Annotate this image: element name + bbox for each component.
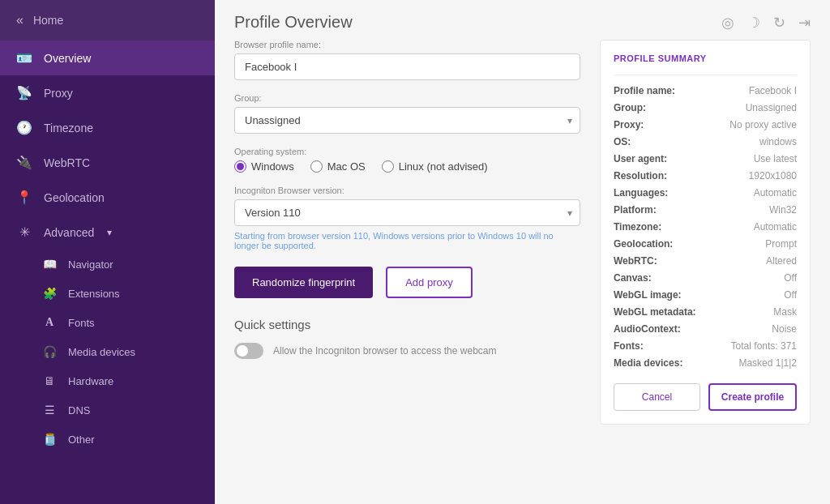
summary-key: Profile name: — [614, 85, 675, 96]
summary-row: Group: Unassigned — [614, 102, 797, 113]
target-icon[interactable]: ◎ — [721, 14, 734, 32]
sidebar-item-proxy[interactable]: 📡 Proxy — [0, 75, 215, 110]
webrtc-icon: 🔌 — [16, 155, 32, 170]
summary-key: Group: — [614, 102, 646, 113]
summary-value: windows — [759, 136, 797, 147]
browser-version-label: Incogniton Browser version: — [234, 186, 580, 195]
create-profile-button[interactable]: Create profile — [708, 383, 797, 411]
summary-actions: Cancel Create profile — [614, 383, 797, 411]
sidebar-item-media-devices[interactable]: 🎧 Media devices — [0, 337, 215, 366]
summary-key: Languages: — [614, 187, 668, 199]
sidebar-item-geolocation[interactable]: 📍 Geolocation — [0, 180, 215, 215]
top-actions: ◎ ☽ ↻ ⇥ — [721, 14, 811, 32]
refresh-icon[interactable]: ↻ — [773, 14, 785, 32]
cancel-button[interactable]: Cancel — [614, 383, 700, 411]
summary-row: Proxy: No proxy active — [614, 119, 797, 130]
browser-version-group: Incogniton Browser version: Version 110 … — [234, 186, 580, 250]
hardware-icon: 🖥 — [42, 374, 57, 387]
sidebar-item-extensions[interactable]: 🧩 Extensions — [0, 279, 215, 308]
toggle-track — [234, 343, 263, 359]
sidebar-advanced-header[interactable]: ✳ Advanced ▾ — [0, 215, 215, 250]
profile-summary-title: PROFILE SUMMARY — [614, 53, 797, 63]
browser-version-select[interactable]: Version 110 Version 109 Version 108 — [234, 199, 580, 226]
summary-row: Timezone: Automatic — [614, 221, 797, 233]
collapse-icon: « — [16, 13, 24, 28]
summary-value: Mask — [773, 306, 797, 318]
advanced-icon: ✳ — [16, 224, 32, 240]
sidebar-item-hardware[interactable]: 🖥 Hardware — [0, 366, 215, 395]
summary-row: Languages: Automatic — [614, 187, 797, 199]
os-mac-option[interactable]: Mac OS — [310, 160, 366, 173]
sidebar-item-navigator-label: Navigator — [68, 258, 113, 271]
sidebar-item-overview[interactable]: 🪪 Overview — [0, 41, 215, 75]
sidebar-item-timezone-label: Timezone — [44, 122, 93, 135]
summary-value: Altered — [766, 255, 797, 267]
advanced-label: Advanced — [44, 226, 94, 239]
summary-divider — [614, 75, 797, 75]
summary-row: AudioContext: Noise — [614, 323, 797, 335]
summary-value: Automatic — [754, 187, 797, 199]
sidebar-item-navigator[interactable]: 📖 Navigator — [0, 250, 215, 279]
sidebar-item-webrtc-label: WebRTC — [44, 156, 90, 169]
os-field-group: Operating system: Windows Mac OS Linux (… — [234, 147, 580, 173]
os-windows-radio[interactable] — [234, 160, 246, 173]
summary-row: Profile name: Facebook I — [614, 85, 797, 96]
os-mac-radio[interactable] — [310, 160, 323, 173]
add-proxy-button[interactable]: Add proxy — [386, 267, 473, 298]
profile-name-input[interactable] — [234, 53, 580, 80]
summary-value: Masked 1|1|2 — [738, 357, 797, 369]
toggle-thumb — [237, 345, 248, 357]
summary-row: Media devices: Masked 1|1|2 — [614, 357, 797, 369]
summary-key: User agent: — [614, 153, 667, 164]
sidebar-item-dns-label: DNS — [68, 404, 90, 416]
sidebar-item-fonts-label: Fonts — [68, 317, 95, 329]
summary-key: AudioContext: — [614, 323, 681, 335]
summary-key: WebRTC: — [614, 255, 657, 267]
summary-key: Resolution: — [614, 170, 667, 182]
sidebar-item-webrtc[interactable]: 🔌 WebRTC — [0, 145, 215, 180]
summary-value: Prompt — [765, 238, 797, 250]
summary-row: Geolocation: Prompt — [614, 238, 797, 250]
browser-version-select-wrapper: Version 110 Version 109 Version 108 ▾ — [234, 199, 580, 226]
moon-icon[interactable]: ☽ — [747, 14, 760, 32]
page-title: Profile Overview — [234, 13, 353, 32]
os-linux-option[interactable]: Linux (not advised) — [382, 160, 488, 173]
sidebar-item-hardware-label: Hardware — [68, 375, 113, 387]
summary-value: Off — [784, 272, 797, 284]
sidebar-item-proxy-label: Proxy — [44, 87, 73, 100]
summary-row: Resolution: 1920x1080 — [614, 170, 797, 182]
proxy-icon: 📡 — [16, 85, 32, 100]
summary-row: WebGL metadata: Mask — [614, 306, 797, 318]
profile-name-group: Browser profile name: — [234, 40, 580, 80]
sidebar-home[interactable]: « Home — [0, 0, 215, 41]
profile-name-label: Browser profile name: — [234, 40, 580, 49]
sidebar-item-timezone[interactable]: 🕐 Timezone — [0, 110, 215, 145]
sidebar-item-other[interactable]: 🫙 Other — [0, 425, 215, 454]
os-windows-option[interactable]: Windows — [234, 160, 294, 173]
summary-value: No proxy active — [729, 119, 797, 130]
navigator-icon: 📖 — [42, 258, 57, 271]
summary-key: Geolocation: — [614, 238, 673, 250]
sidebar-item-extensions-label: Extensions — [68, 288, 120, 300]
sidebar-item-overview-label: Overview — [44, 52, 91, 65]
webcam-toggle[interactable] — [234, 343, 263, 359]
chevron-down-icon: ▾ — [107, 227, 112, 238]
summary-key: Fonts: — [614, 340, 644, 352]
sidebar-item-geolocation-label: Geolocation — [44, 191, 105, 204]
summary-row: WebGL image: Off — [614, 289, 797, 301]
summary-key: WebGL metadata: — [614, 306, 696, 318]
summary-value: Automatic — [754, 221, 797, 233]
group-select[interactable]: Unassigned Group 1 Group 2 — [234, 107, 580, 134]
sidebar-item-dns[interactable]: ☰ DNS — [0, 395, 215, 425]
forward-icon[interactable]: ⇥ — [798, 14, 811, 32]
summary-rows: Profile name: Facebook I Group: Unassign… — [614, 85, 797, 369]
top-bar: Profile Overview ◎ ☽ ↻ ⇥ — [215, 0, 830, 40]
summary-key: WebGL image: — [614, 289, 682, 301]
summary-key: OS: — [614, 136, 631, 147]
os-windows-label: Windows — [251, 160, 294, 173]
randomize-fingerprint-button[interactable]: Randomize fingerprint — [234, 267, 373, 298]
home-label: Home — [33, 14, 63, 27]
sidebar-item-fonts[interactable]: A Fonts — [0, 308, 215, 337]
media-devices-icon: 🎧 — [42, 345, 57, 358]
os-linux-radio[interactable] — [382, 160, 394, 173]
